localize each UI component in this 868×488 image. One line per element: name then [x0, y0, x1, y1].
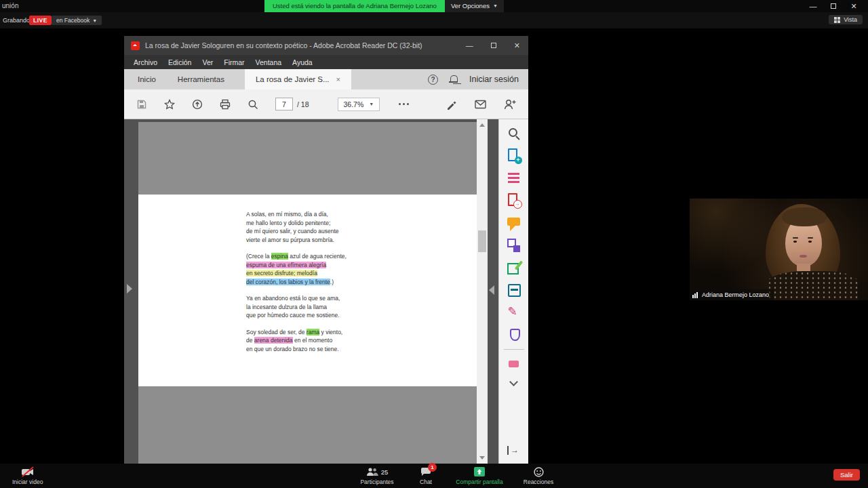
minimize-button[interactable]: —	[466, 41, 473, 49]
reactions-button[interactable]: Reacciones	[521, 464, 556, 485]
view-options-button[interactable]: Ver Opciones ▼	[445, 0, 504, 12]
comment-icon[interactable]	[506, 215, 522, 231]
reactions-smiley-icon	[534, 467, 544, 477]
zoom-top-bar: unión Usted está viendo la pantalla de A…	[0, 0, 868, 12]
poem-line: la incesante dulzura de la llama	[246, 303, 347, 312]
participant-eye	[808, 241, 812, 243]
poem-segment: que por húmedo cauce me sostiene.	[246, 312, 340, 319]
tab-inicio[interactable]: Inicio	[127, 69, 167, 89]
export-pdf-icon[interactable]	[506, 192, 522, 209]
participants-button[interactable]: 25 Participantes	[355, 464, 399, 485]
poem-segment: espina	[271, 253, 288, 260]
grid-view-icon	[834, 17, 840, 23]
combine-files-icon[interactable]	[506, 237, 522, 253]
more-tools-icon[interactable]	[399, 103, 409, 105]
scroll-up-icon[interactable]	[479, 123, 485, 127]
sign-in-button[interactable]: Iniciar sesión	[469, 75, 519, 84]
search-icon[interactable]	[506, 125, 522, 142]
view-label: Vista	[844, 16, 857, 23]
participant-eyebrow	[808, 237, 813, 239]
menu-firmar[interactable]: Firmar	[218, 58, 250, 66]
facebook-stream-select[interactable]: en Facebook ▼	[52, 16, 102, 25]
poem-segment: y viento,	[319, 329, 342, 336]
account-add-icon[interactable]	[504, 99, 516, 110]
notifications-bell-icon[interactable]	[449, 75, 458, 84]
expand-nav-pane-icon[interactable]	[127, 284, 132, 293]
acrobat-window-controls: — ✕	[466, 41, 520, 50]
poem-line: (Crece la espina azul de agua reciente,	[246, 252, 347, 261]
acrobat-window: La rosa de Javier Sologuren en su contex…	[124, 36, 528, 464]
tab-document-label: La rosa de Javier S...	[256, 69, 330, 89]
acrobat-title-bar: La rosa de Javier Sologuren en su contex…	[124, 36, 528, 55]
camera-off-icon	[21, 466, 35, 477]
tools-panel-list	[499, 119, 528, 464]
scroll-down-icon[interactable]	[479, 456, 485, 460]
scan-ocr-icon[interactable]	[506, 282, 522, 298]
close-button[interactable]: ✕	[514, 41, 520, 50]
poem-stanza: (Crece la espina azul de agua reciente,e…	[246, 252, 347, 286]
chevron-down-icon: ▼	[493, 0, 498, 12]
star-icon[interactable]	[164, 99, 175, 110]
collapse-tools-pane-icon[interactable]	[489, 285, 494, 295]
webcam-video: Adriana Bermejo Lozano	[690, 199, 868, 300]
tab-bar-right: ? Iniciar sesión	[428, 75, 528, 85]
poem-line: vierte el amor su púrpura sombría.	[246, 236, 347, 245]
poem-line: en secreto disfrute; melodía	[246, 269, 347, 278]
share-screen-button[interactable]: Compartir pantalla	[453, 464, 506, 485]
organize-pages-icon[interactable]	[506, 170, 522, 186]
vertical-scrollbar[interactable]	[477, 119, 488, 464]
edit-pdf-icon[interactable]	[506, 260, 522, 276]
pdf-page: A solas, en mí mismo, día a día,me hallo…	[138, 122, 477, 464]
chevron-down-icon: ▼	[369, 102, 374, 106]
print-icon[interactable]	[220, 99, 231, 110]
tab-herramientas[interactable]: Herramientas	[167, 69, 235, 89]
maximize-button[interactable]	[823, 0, 844, 12]
poem-stanza: Soy soledad de ser, de rama y viento,de …	[246, 328, 347, 354]
save-icon[interactable]	[136, 99, 147, 110]
screen-share-banner-text: Usted está viendo la pantalla de Adriana…	[264, 0, 445, 12]
reactions-label: Reacciones	[524, 479, 553, 485]
chevron-down-icon[interactable]	[506, 378, 522, 386]
signature-pen-icon[interactable]	[446, 99, 457, 110]
maximize-button[interactable]	[491, 41, 496, 49]
audio-bars-icon	[692, 292, 699, 298]
help-icon[interactable]: ?	[428, 75, 438, 85]
poem-segment: Ya en abandono está lo que se ama,	[246, 295, 340, 302]
share-upload-icon[interactable]	[192, 99, 203, 110]
leave-meeting-button[interactable]: Salir	[833, 469, 860, 481]
view-button[interactable]: Vista	[829, 15, 863, 24]
scrollbar-thumb[interactable]	[478, 230, 486, 252]
zoom-level-dropdown[interactable]: 36.7% ▼	[338, 98, 380, 111]
document-area: A solas, en mí mismo, día a día,me hallo…	[124, 119, 528, 464]
poem-line: de arena detenida en el momento	[246, 336, 347, 345]
participant-shoulders	[767, 271, 858, 300]
menu-edicion[interactable]: Edición	[163, 58, 197, 66]
menu-ver[interactable]: Ver	[197, 58, 218, 66]
poem-segment: rama	[307, 329, 319, 336]
menu-ventana[interactable]: Ventana	[250, 58, 288, 66]
start-video-button[interactable]: Iniciar video	[12, 464, 43, 485]
fill-sign-icon[interactable]	[506, 304, 522, 321]
protect-icon[interactable]	[506, 327, 522, 343]
search-icon[interactable]	[248, 99, 258, 110]
poem-line: del corazón, los labios y la frente.)	[246, 278, 347, 287]
chat-button[interactable]: 1 Chat	[414, 464, 438, 485]
pdf-image-block	[138, 386, 477, 464]
expand-panel-icon[interactable]	[506, 443, 522, 460]
zoom-level-value: 36.7%	[344, 100, 364, 108]
tab-document[interactable]: La rosa de Javier S... ×	[245, 69, 351, 89]
menu-ayuda[interactable]: Ayuda	[287, 58, 318, 66]
close-button[interactable]: ✕	[844, 0, 864, 12]
participant-hair-fringe	[782, 207, 827, 226]
screen-share-banner: Usted está viendo la pantalla de Adriana…	[264, 0, 504, 12]
poem-stanza: A solas, en mí mismo, día a día,me hallo…	[246, 210, 347, 244]
page-number-input[interactable]	[275, 98, 293, 110]
send-comments-icon[interactable]	[506, 356, 522, 372]
menu-archivo[interactable]: Archivo	[128, 58, 163, 66]
participant-name-label: Adriana Bermejo Lozano	[690, 289, 774, 300]
minimize-button[interactable]: —	[803, 0, 823, 12]
tab-close-icon[interactable]: ×	[336, 69, 340, 89]
poem-segment: del corazón, los labios y la frente	[246, 279, 330, 285]
create-pdf-icon[interactable]	[506, 148, 522, 164]
email-icon[interactable]	[475, 100, 486, 109]
